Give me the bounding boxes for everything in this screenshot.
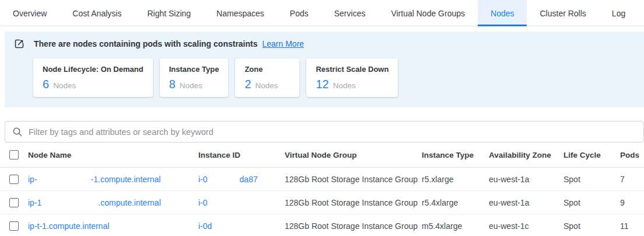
select-all-cell <box>0 150 28 159</box>
card-title: Node Lifecycle: On Demand <box>43 65 144 74</box>
row-select-cell <box>0 175 28 184</box>
tab-pods[interactable]: Pods <box>277 0 321 26</box>
card-unit: Nodes <box>180 81 202 90</box>
filter-search-bar <box>5 121 644 143</box>
search-icon <box>12 127 23 137</box>
life-cycle-cell: Spot <box>564 221 620 231</box>
scaling-constraints-banner: There are nodes containing pods with sca… <box>5 32 644 107</box>
card-unit: Nodes <box>53 81 76 90</box>
card-value: 6 <box>43 78 49 91</box>
card-title: Restrict Scale Down <box>316 65 388 74</box>
card-title: Instance Type <box>169 65 219 74</box>
virtual-node-group-cell: 128Gb Root Storage Instance Group <box>285 221 422 231</box>
node-name-link[interactable]: t-1.compute.internal <box>37 221 110 231</box>
col-header-instance-id: Instance ID <box>198 151 285 159</box>
node-name-link[interactable]: .compute.internal <box>98 198 160 207</box>
card-value: 12 <box>316 78 328 91</box>
tab-log[interactable]: Log <box>599 0 638 26</box>
tab-overview[interactable]: Overview <box>0 0 60 26</box>
instance-id-link[interactable]: da87 <box>240 175 258 184</box>
pods-cell: 11 <box>620 221 644 231</box>
card-value: 2 <box>244 78 251 91</box>
life-cycle-cell: Spot <box>564 198 620 207</box>
card-unit: Nodes <box>333 81 356 90</box>
node-name-cell: ip-1.compute.internal <box>28 198 198 207</box>
select-all-checkbox[interactable] <box>9 150 19 159</box>
instance-id-link[interactable]: i-0 <box>198 221 208 231</box>
card-node-lifecycle-on-demand[interactable]: Node Lifecycle: On Demand 6 Nodes <box>33 58 153 97</box>
node-name-cell: ip--1.compute.internal <box>28 175 198 184</box>
table-row: ip--1.compute.internal i-0da87 128Gb Roo… <box>0 168 644 191</box>
row-checkbox[interactable] <box>9 221 19 231</box>
col-header-pods: Pods <box>620 151 644 159</box>
node-name-cell: ip-t-1.compute.internal <box>28 221 198 231</box>
tab-nodes[interactable]: Nodes <box>478 0 527 26</box>
instance-id-link[interactable]: d <box>208 221 212 231</box>
pods-cell: 9 <box>620 198 644 207</box>
col-header-life-cycle: Life Cycle <box>564 151 620 159</box>
table-row: ip-1.compute.internal i-0 128Gb Root Sto… <box>0 191 644 214</box>
tab-services[interactable]: Services <box>321 0 379 26</box>
card-title: Zone <box>244 65 290 74</box>
instance-id-link[interactable]: i-0 <box>198 198 208 207</box>
summary-cards: Node Lifecycle: On Demand 6 Nodes Instan… <box>33 58 635 97</box>
instance-type-cell: m5.4xlarge <box>422 221 489 231</box>
availability-zone-cell: eu-west-1c <box>489 221 564 231</box>
tab-namespaces[interactable]: Namespaces <box>204 0 277 26</box>
col-header-instance-type: Instance Type <box>422 151 489 159</box>
node-name-link[interactable]: ip- <box>28 175 37 184</box>
table-row: ip-t-1.compute.internal i-0d 128Gb Root … <box>0 214 644 236</box>
node-name-link[interactable]: ip-1 <box>28 198 41 207</box>
col-header-virtual-node-group: Virtual Node Group <box>285 151 422 159</box>
tab-virtual-node-groups[interactable]: Virtual Node Groups <box>378 0 478 26</box>
instance-id-cell: i-0d <box>198 221 285 231</box>
instance-type-cell: r5.4xlarge <box>422 198 489 207</box>
row-checkbox[interactable] <box>9 198 19 207</box>
node-name-link[interactable]: -1.compute.internal <box>91 175 161 184</box>
virtual-node-group-cell: 128Gb Root Storage Instance Group <box>285 175 422 184</box>
table-header-row: Node Name Instance ID Virtual Node Group… <box>0 143 644 168</box>
row-checkbox[interactable] <box>9 175 19 184</box>
node-name-link[interactable]: ip- <box>28 221 37 231</box>
tab-cluster-rolls[interactable]: Cluster Rolls <box>527 0 598 26</box>
virtual-node-group-cell: 128Gb Root Storage Instance Group <box>285 198 422 207</box>
card-value: 8 <box>169 78 176 91</box>
card-zone[interactable]: Zone 2 Nodes <box>235 58 299 97</box>
availability-zone-cell: eu-west-1a <box>489 175 564 184</box>
search-input[interactable] <box>29 127 636 137</box>
card-restrict-scale-down[interactable]: Restrict Scale Down 12 Nodes <box>306 58 398 97</box>
nodes-table: Node Name Instance ID Virtual Node Group… <box>0 143 644 236</box>
col-header-node-name: Node Name <box>28 151 198 159</box>
instance-id-link[interactable]: i-0 <box>198 175 208 184</box>
tab-right-sizing[interactable]: Right Sizing <box>134 0 204 26</box>
life-cycle-cell: Spot <box>564 175 620 184</box>
instance-id-cell: i-0 <box>198 198 285 207</box>
tab-bar: Overview Cost Analysis Right Sizing Name… <box>0 0 644 26</box>
tab-cost-analysis[interactable]: Cost Analysis <box>60 0 134 26</box>
pods-cell: 7 <box>620 175 644 184</box>
box-arrow-up-right-icon <box>14 39 24 49</box>
instance-id-cell: i-0da87 <box>198 175 285 184</box>
card-instance-type[interactable]: Instance Type 8 Nodes <box>160 58 229 97</box>
instance-type-cell: r5.xlarge <box>422 175 489 184</box>
banner-message: There are nodes containing pods with sca… <box>34 39 258 48</box>
row-select-cell <box>0 198 28 207</box>
col-header-availability-zone: Availability Zone <box>489 151 564 159</box>
row-select-cell <box>0 221 28 231</box>
card-unit: Nodes <box>256 81 278 90</box>
learn-more-link[interactable]: Learn More <box>262 39 304 48</box>
availability-zone-cell: eu-west-1a <box>489 198 564 207</box>
